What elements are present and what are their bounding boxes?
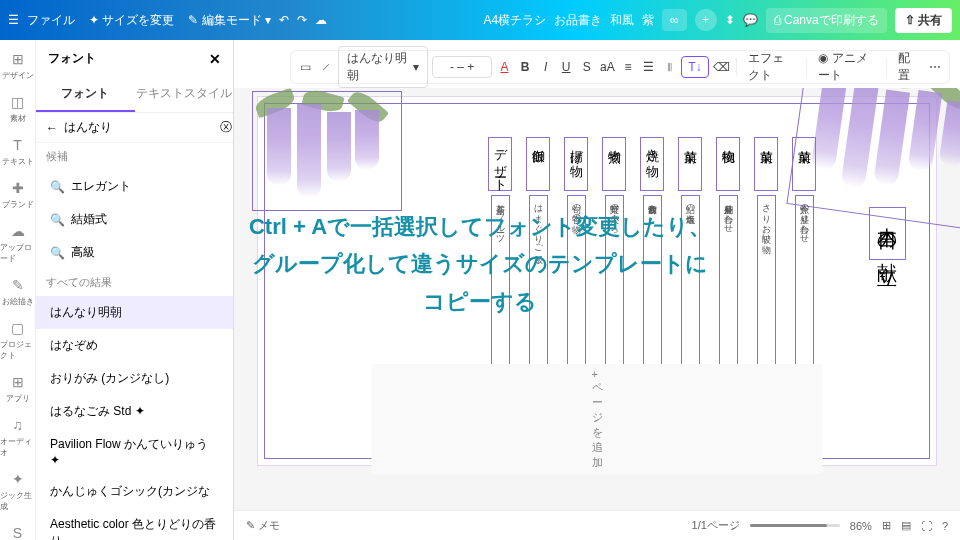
col-body[interactable]: 和食前炊き [643, 195, 662, 375]
col-heading[interactable]: 前菜 [792, 137, 816, 191]
rail-テキスト[interactable]: Tテキスト [0, 132, 35, 171]
rail-ジック生成[interactable]: ✦ジック生成 [0, 466, 35, 516]
rail-お絵描き[interactable]: ✎お絵描き [0, 272, 35, 311]
col-body[interactable]: 鮎の塩焼き [681, 195, 700, 375]
shape-icon[interactable]: ▭ [297, 56, 314, 78]
clear-format-icon[interactable]: ⌫ [713, 56, 730, 78]
col-body[interactable]: 魚介の盛り合わせ [795, 195, 814, 375]
doc-meta[interactable]: お品書き [554, 12, 602, 29]
close-icon[interactable]: ✕ [209, 51, 221, 67]
presenter-icon[interactable]: ▤ [901, 519, 911, 532]
add-icon[interactable]: + [695, 9, 717, 31]
tab-textstyles[interactable]: テキストスタイル [135, 77, 234, 112]
col-body[interactable]: 刺身盛り合わせ [719, 195, 738, 375]
clear-icon[interactable]: ⓧ [220, 119, 232, 136]
rail-label: デザイン [2, 70, 34, 81]
italic-icon[interactable]: I [537, 56, 554, 78]
suggestion-item[interactable]: 🔍 結婚式 [36, 203, 233, 236]
grid-view-icon[interactable]: ⊞ [882, 519, 891, 532]
col-body[interactable]: 野菜の天ぷら [605, 195, 624, 375]
more-icon[interactable]: ⋯ [926, 56, 943, 78]
col-heading[interactable]: 焼き物 [640, 137, 664, 191]
list-icon[interactable]: ☰ [640, 56, 657, 78]
undo-icon[interactable]: ↶ [279, 13, 289, 27]
rail-icon: ☁ [9, 222, 27, 240]
add-page-button[interactable]: + ページを追加 [372, 364, 823, 474]
rail-アプリ[interactable]: ⊞アプリ [0, 369, 35, 408]
col-heading[interactable]: 揚げ物 [564, 137, 588, 191]
rail-プロジェクト[interactable]: ▢プロジェクト [0, 315, 35, 365]
font-item[interactable]: おりがみ (カンジなし) [36, 362, 233, 395]
font-item[interactable]: Aesthetic color 色とりどりの香り [36, 508, 233, 540]
doc-meta[interactable]: 紫 [642, 12, 654, 29]
rail-オーディオ[interactable]: ♫オーディオ [0, 412, 35, 462]
col-body[interactable]: はまぐりご飯 [529, 195, 548, 375]
fontsize-stepper[interactable]: - – + [432, 56, 492, 78]
vertical-text-icon[interactable]: T↓ [681, 56, 708, 78]
infinity-icon[interactable]: ∞ [662, 9, 687, 31]
rail-素材[interactable]: ◫素材 [0, 89, 35, 128]
rail-Soundraw[interactable]: SSoundraw [0, 520, 35, 540]
font-item[interactable]: かんじゅくゴシック(カンジな [36, 475, 233, 508]
strikethrough-icon[interactable]: S [578, 56, 595, 78]
doc-meta[interactable]: 和風 [610, 12, 634, 29]
col-heading[interactable]: デザート [488, 137, 512, 191]
col-heading[interactable]: 煮物 [602, 137, 626, 191]
chart-icon[interactable]: ⬍ [725, 13, 735, 27]
rail-icon: ◫ [9, 93, 27, 111]
font-search-input[interactable] [64, 121, 214, 135]
status-bar: ✎ メモ 1/1ページ 86% ⊞ ▤ ⛶ ? [234, 510, 960, 540]
notes-button[interactable]: ✎ メモ [246, 518, 280, 533]
menu-file[interactable]: ファイル [27, 12, 75, 29]
redo-icon[interactable]: ↷ [297, 13, 307, 27]
doc-meta[interactable]: A4横チラシ [483, 12, 546, 29]
zoom-level[interactable]: 86% [850, 520, 872, 532]
font-panel: フォント ✕ フォント テキストスタイル ← ⓧ ≡ 候補 🔍 エレガント🔍 結… [36, 40, 234, 540]
menu-editmode[interactable]: ✎ 編集モード ▾ [188, 12, 271, 29]
font-item[interactable]: はなぞめ [36, 329, 233, 362]
spacing-icon[interactable]: ⫴ [661, 56, 678, 78]
effects-button[interactable]: エフェクト [742, 47, 799, 87]
col-body[interactable]: さりお吸い物 [757, 195, 776, 375]
fullscreen-icon[interactable]: ⛶ [921, 520, 932, 532]
canvas-area[interactable]: 本日の献立 前菜魚介の盛り合わせ前菜さりお吸い物椀物刺身盛り合わせ前菜鮎の塩焼き… [234, 88, 960, 510]
back-icon[interactable]: ← [46, 121, 58, 135]
line-icon[interactable]: ⟋ [318, 56, 335, 78]
animate-button[interactable]: ◉ アニメート [812, 47, 879, 87]
col-body[interactable]: 旬の香の物 [567, 195, 586, 375]
textcolor-icon[interactable]: A [496, 56, 513, 78]
font-item[interactable]: Pavilion Flow かんていりゅう ✦ [36, 428, 233, 475]
case-icon[interactable]: aA [599, 56, 616, 78]
align-icon[interactable]: ≡ [620, 56, 637, 78]
menu-title[interactable]: 本日の献立 [869, 207, 906, 260]
col-heading[interactable]: 御飯 [526, 137, 550, 191]
font-item[interactable]: はるなごみ Std ✦ [36, 395, 233, 428]
col-heading[interactable]: 椀物 [716, 137, 740, 191]
comment-icon[interactable]: 💬 [743, 13, 758, 27]
print-button[interactable]: ⎙ Canvaで印刷する [766, 8, 887, 33]
menu-resize[interactable]: ✦ サイズを変更 [89, 12, 174, 29]
section-allresults: すべての結果 [36, 269, 233, 296]
rail-デザイン[interactable]: ⊞デザイン [0, 46, 35, 85]
page-indicator[interactable]: 1/1ページ [692, 518, 740, 533]
rail-アップロード[interactable]: ☁アップロード [0, 218, 35, 268]
font-item[interactable]: はんなり明朝 [36, 296, 233, 329]
col-body[interactable]: 新茶とフルーツ [491, 195, 510, 375]
col-heading[interactable]: 前菜 [754, 137, 778, 191]
zoom-slider[interactable] [750, 524, 840, 527]
cloud-sync-icon[interactable]: ☁ [315, 13, 327, 27]
help-icon[interactable]: ? [942, 520, 948, 532]
hamburger-icon[interactable]: ☰ [8, 13, 19, 27]
suggestion-item[interactable]: 🔍 高級 [36, 236, 233, 269]
position-button[interactable]: 配置 [892, 47, 922, 87]
rail-icon: T [9, 136, 27, 154]
rail-ブランド[interactable]: ✚ブランド [0, 175, 35, 214]
col-heading[interactable]: 前菜 [678, 137, 702, 191]
underline-icon[interactable]: U [558, 56, 575, 78]
rail-label: 素材 [10, 113, 26, 124]
share-button[interactable]: ⇧ 共有 [895, 8, 952, 33]
bold-icon[interactable]: B [517, 56, 534, 78]
font-selector[interactable]: はんなり明朝▾ [338, 46, 428, 88]
suggestion-item[interactable]: 🔍 エレガント [36, 170, 233, 203]
tab-fonts[interactable]: フォント [36, 77, 135, 112]
